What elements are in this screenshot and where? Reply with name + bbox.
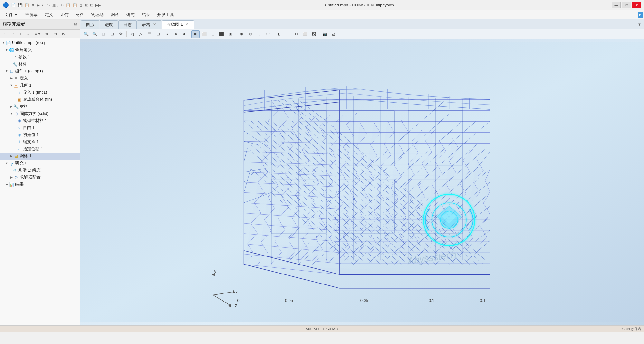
render-edge-button[interactable]: ⬛ xyxy=(217,30,226,38)
zoom-window-button[interactable]: ⊡ xyxy=(99,30,108,38)
view-image-button[interactable]: 🖼 xyxy=(309,30,318,38)
menu-physics[interactable]: 物理场 xyxy=(88,11,107,19)
tree-item-root[interactable]: ▼ 📄 Untitled.mph (root) xyxy=(0,39,80,46)
svg-text:0.1: 0.1 xyxy=(480,298,486,303)
tree-item-geo[interactable]: ▼ △ 几何 1 xyxy=(0,82,80,89)
tab-table-label: 表格 xyxy=(142,22,150,28)
tree-item-fixed-disp[interactable]: ↔ 指定位移 1 xyxy=(0,145,80,153)
go-first-button[interactable]: ⏮ xyxy=(171,30,180,38)
go-last-button[interactable]: ⏭ xyxy=(180,30,188,38)
tab-progress[interactable]: 进度 xyxy=(100,20,118,29)
tree-item-global[interactable]: ▼ 🌐 全局定义 xyxy=(0,46,80,53)
tab-graphics-label: 图形 xyxy=(86,22,94,28)
nav-forward[interactable]: → xyxy=(9,31,16,37)
tab-log[interactable]: 日志 xyxy=(118,20,137,29)
render-shaded-button[interactable]: ■ xyxy=(191,30,200,38)
tree-item-roller[interactable]: ⊥ 辊支承 1 xyxy=(0,138,80,145)
tree-item-mat-global[interactable]: 🔧 材料 xyxy=(0,60,80,68)
view-iso-button[interactable]: ⬜ xyxy=(301,30,309,38)
tree-item-comp1[interactable]: ▼ □ 组件 1 (comp1) xyxy=(0,68,80,75)
menu-home[interactable]: 主屏幕 xyxy=(22,11,41,19)
svg-text:x: x xyxy=(235,290,238,294)
tab-progress-label: 进度 xyxy=(105,22,113,28)
view-select-button[interactable]: ☰ xyxy=(145,30,154,38)
view-top-button[interactable]: ⊟ xyxy=(292,30,300,38)
tab-convergence[interactable]: 收敛图 1 ✕ xyxy=(162,20,194,29)
nav-collapse[interactable]: ⊟ xyxy=(51,31,60,37)
tab-overflow[interactable]: ▼ xyxy=(636,20,643,29)
svg-rect-0 xyxy=(80,42,644,322)
menu-results[interactable]: 结果 xyxy=(138,11,153,19)
print-button[interactable]: 🖨 xyxy=(329,30,338,38)
nav-expand[interactable]: ⊞ xyxy=(42,31,51,37)
tree-item-def[interactable]: ▶ ≡ 定义 xyxy=(0,75,80,82)
tab-convergence-close[interactable]: ✕ xyxy=(185,22,189,27)
view-next-button[interactable]: ▷ xyxy=(137,30,145,38)
render-wire-button[interactable]: ⬜ xyxy=(200,30,208,38)
menu-define[interactable]: 定义 xyxy=(42,11,56,19)
tree-item-import[interactable]: ↓ 导入 1 (imp1) xyxy=(0,89,80,96)
nav-down[interactable]: ↓ xyxy=(24,31,32,37)
view-right-button[interactable]: ⊡ xyxy=(283,30,292,38)
tab-graphics[interactable]: 图形 xyxy=(81,20,99,29)
tab-bar: 图形 进度 日志 表格 ✕ 收敛图 1 ✕ ▼ xyxy=(80,19,644,29)
menu-study[interactable]: 研究 xyxy=(123,11,138,19)
panel-title: 模型开发者 xyxy=(3,22,25,27)
viewport[interactable]: 0.1 0.05 m 0 xyxy=(80,39,644,325)
nav-up[interactable]: ↑ xyxy=(17,31,24,37)
tree-item-mat-comp[interactable]: ▶ 🔧 材料 xyxy=(0,103,80,110)
show-selected-button[interactable]: ⊙ xyxy=(255,30,263,38)
nav-view[interactable]: ⊠ xyxy=(60,31,67,37)
zoom-extents-button[interactable]: ⊞ xyxy=(108,30,116,38)
tree-item-solid[interactable]: ▼ ⊕ 固体力学 (solid) xyxy=(0,110,80,117)
view-reset-button[interactable]: ↺ xyxy=(163,30,171,38)
svg-text:0.1: 0.1 xyxy=(429,298,434,303)
panel-header: 模型开发者 ⊠ xyxy=(0,19,80,30)
panel-nav: ← → ↑ ↓ ≡▼ ⊞ ⊟ ⊠ xyxy=(0,30,80,38)
zoom-out-button[interactable]: 🔍 xyxy=(90,30,99,38)
undo-button[interactable]: ↩ xyxy=(263,30,272,38)
render-points-button[interactable]: ⊡ xyxy=(209,30,217,38)
tree-item-linear-elastic[interactable]: ◈ 线弹性材料 1 xyxy=(0,117,80,124)
status-bar: 988 MB | 1754 MB CSDN @作者 xyxy=(0,325,644,332)
close-button[interactable]: ✕ xyxy=(632,2,641,8)
tab-convergence-label: 收敛图 1 xyxy=(167,22,183,27)
tree-item-study[interactable]: ▼ ∲ 研究 1 xyxy=(0,160,80,167)
tab-table[interactable]: 表格 ✕ xyxy=(137,20,161,29)
title-bar: 🔵 📄 💾 📋 ⚙ ▶ ↩ ↪ ▯▯▯ ✂ 📋 📋 🗑 ⊞ ⊡ ▶▶ ⋯ Unt… xyxy=(0,0,644,10)
window-title: Untitled.mph - COMSOL Multiphysics xyxy=(107,3,612,7)
right-panel: 图形 进度 日志 表格 ✕ 收敛图 1 ✕ ▼ 🔍 🔍 ⊡ ⊞ xyxy=(80,19,644,325)
nav-menu[interactable]: ≡▼ xyxy=(34,31,42,37)
view-front-button[interactable]: ◧ xyxy=(275,30,283,38)
menu-geometry[interactable]: 几何 xyxy=(57,11,72,19)
tree-item-free[interactable]: ○ 自由 1 xyxy=(0,124,80,131)
main-layout: 模型开发者 ⊠ ← → ↑ ↓ ≡▼ ⊞ ⊟ ⊠ ▼ 📄 Untitled.mp… xyxy=(0,19,644,325)
select-all-button[interactable]: ⊕ xyxy=(237,30,246,38)
svg-text:y: y xyxy=(214,269,216,274)
menu-mesh[interactable]: 网格 xyxy=(108,11,122,19)
nav-back[interactable]: ← xyxy=(1,31,8,37)
menu-extra[interactable]: ▶ xyxy=(638,12,643,18)
tree-item-step[interactable]: ◷ 步骤 1: 瞬态 xyxy=(0,167,80,174)
zoom-in-button[interactable]: 🔍 xyxy=(82,30,90,38)
tab-table-close[interactable]: ✕ xyxy=(152,22,156,27)
tree-item-union[interactable]: ▣ 形成联合体 (fin) xyxy=(0,96,80,103)
menu-materials[interactable]: 材料 xyxy=(72,11,87,19)
hide-selected-button[interactable]: ⊗ xyxy=(246,30,254,38)
tree-item-mesh[interactable]: ▶ ⊞ 网格 1 xyxy=(0,153,80,160)
tree-item-param[interactable]: P 参数 1 xyxy=(0,53,80,60)
screenshot-button[interactable]: 📷 xyxy=(321,30,329,38)
tree-item-results[interactable]: ▶ 📊 结果 xyxy=(0,181,80,188)
tree-item-solver[interactable]: ▶ ⚙ 求解器配置 xyxy=(0,174,80,181)
menu-developer[interactable]: 开发工具 xyxy=(154,11,177,19)
menu-file[interactable]: 文件 ▼ xyxy=(1,11,21,19)
csdn-label: CSDN @作者 xyxy=(620,327,641,331)
svg-text:z: z xyxy=(235,303,237,308)
pan-button[interactable]: ✥ xyxy=(117,30,125,38)
maximize-button[interactable]: □ xyxy=(622,2,631,8)
view-prev-button[interactable]: ◁ xyxy=(128,30,136,38)
minimize-button[interactable]: — xyxy=(612,2,621,8)
render-hidden-button[interactable]: ⊞ xyxy=(226,30,234,38)
view-ortho-button[interactable]: ⊟ xyxy=(154,30,162,38)
tree-item-init[interactable]: ◉ 初始值 1 xyxy=(0,131,80,138)
